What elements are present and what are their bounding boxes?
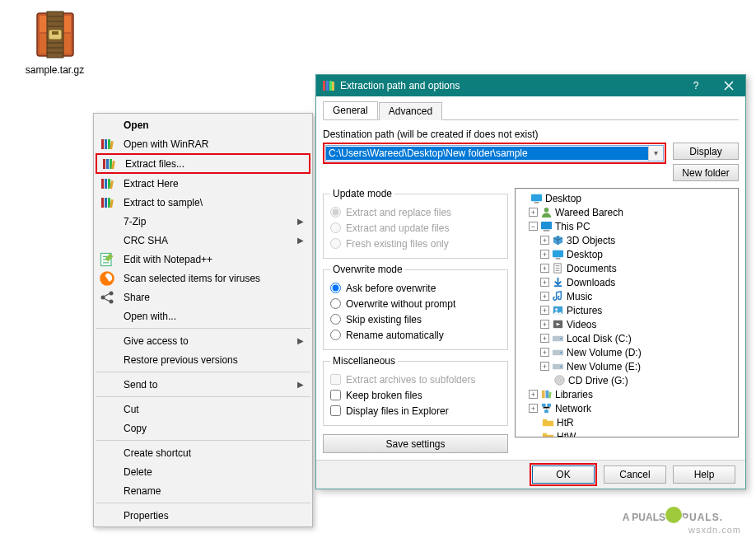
- menu-extract-files[interactable]: Extract files...: [96, 153, 310, 174]
- menu-open-winrar[interactable]: Open with WinRAR: [96, 134, 310, 153]
- check-display-explorer[interactable]: Display files in Explorer: [330, 403, 501, 419]
- menu-properties[interactable]: Properties: [96, 506, 310, 525]
- blank-icon: [99, 445, 115, 461]
- menu-restore-previous[interactable]: Restore previous versions: [96, 350, 310, 369]
- menu-delete[interactable]: Delete: [96, 462, 310, 481]
- radio-extract-replace[interactable]: Extract and replace files: [330, 204, 501, 220]
- dialog-title: Extraction path and options: [340, 80, 679, 91]
- tree-vol-d[interactable]: +New Volume (D:): [517, 345, 736, 359]
- blank-icon: [99, 464, 115, 480]
- tree-desktop[interactable]: Desktop: [517, 191, 736, 205]
- appuals-logo-icon: [665, 507, 682, 523]
- menu-scan-avast[interactable]: Scan selected items for viruses: [96, 269, 310, 288]
- svg-rect-37: [329, 81, 332, 91]
- radio-skip-existing[interactable]: Skip existing files: [330, 311, 501, 327]
- expand-icon[interactable]: +: [540, 278, 549, 287]
- tree-desktop-sub[interactable]: +Desktop: [517, 247, 736, 261]
- destination-path-input[interactable]: [326, 147, 648, 160]
- expand-icon[interactable]: +: [540, 348, 549, 357]
- tree-this-pc[interactable]: −This PC: [517, 219, 736, 233]
- network-icon: [540, 402, 553, 414]
- tree-htw[interactable]: HtW: [517, 429, 736, 437]
- destination-path-highlight: ▾: [323, 143, 666, 164]
- archive-file[interactable]: sample.tar.gz: [20, 7, 90, 76]
- radio-rename-auto[interactable]: Rename automatically: [330, 327, 501, 343]
- folder-tree[interactable]: Desktop +Wareed Barech −This PC +3D Obje…: [515, 188, 739, 437]
- tab-general[interactable]: General: [323, 101, 378, 119]
- svg-rect-61: [548, 392, 552, 399]
- dialog-footer: OK Cancel Help: [316, 460, 745, 489]
- menu-create-shortcut[interactable]: Create shortcut: [96, 443, 310, 462]
- expand-icon[interactable]: +: [529, 208, 538, 217]
- svg-rect-18: [103, 159, 105, 169]
- tree-htr[interactable]: HtR: [517, 415, 736, 429]
- tree-music[interactable]: +Music: [517, 289, 736, 303]
- menu-rename[interactable]: Rename: [96, 481, 310, 500]
- tree-vol-e[interactable]: +New Volume (E:): [517, 359, 736, 373]
- menu-separator: [96, 440, 310, 441]
- tree-downloads[interactable]: +Downloads: [517, 275, 736, 289]
- chevron-down-icon[interactable]: ▾: [648, 146, 663, 161]
- expand-icon[interactable]: +: [540, 236, 549, 245]
- menu-copy[interactable]: Copy: [96, 419, 310, 437]
- help-button[interactable]: ?: [679, 75, 712, 96]
- svg-rect-27: [105, 198, 107, 208]
- tab-advanced[interactable]: Advanced: [379, 102, 442, 120]
- menu-extract-here[interactable]: Extract Here: [96, 174, 310, 193]
- collapse-icon[interactable]: −: [529, 222, 538, 231]
- tree-documents[interactable]: +Documents: [517, 261, 736, 275]
- cancel-button[interactable]: Cancel: [604, 465, 666, 484]
- menu-7zip[interactable]: 7-Zip ▶: [96, 212, 310, 231]
- expand-icon[interactable]: +: [529, 390, 538, 399]
- expand-icon[interactable]: +: [529, 404, 538, 413]
- new-folder-button[interactable]: New folder: [673, 164, 739, 181]
- winrar-icon: [99, 194, 115, 211]
- expand-icon[interactable]: +: [540, 306, 549, 315]
- menu-extract-to-sample[interactable]: Extract to sample\: [96, 193, 310, 212]
- menu-open[interactable]: Open: [96, 115, 310, 134]
- menu-give-access[interactable]: Give access to ▶: [96, 331, 310, 350]
- tree-network[interactable]: +Network: [517, 401, 736, 415]
- expand-icon[interactable]: +: [540, 362, 549, 371]
- save-settings-button[interactable]: Save settings: [323, 434, 508, 453]
- svg-point-58: [558, 379, 561, 381]
- radio-overwrite-noprompt[interactable]: Overwrite without prompt: [330, 296, 501, 311]
- expand-icon[interactable]: +: [540, 334, 549, 343]
- tree-videos[interactable]: +Videos: [517, 317, 736, 331]
- help-footer-button[interactable]: Help: [673, 465, 735, 484]
- radio-fresh-only[interactable]: Fresh existing files only: [330, 236, 501, 251]
- tree-user[interactable]: +Wareed Barech: [517, 205, 736, 219]
- tree-3d-objects[interactable]: +3D Objects: [517, 233, 736, 247]
- expand-icon[interactable]: +: [540, 250, 549, 259]
- tree-local-c[interactable]: +Local Disk (C:): [517, 331, 736, 345]
- update-mode-group: Update mode Extract and replace files Ex…: [323, 188, 508, 259]
- libraries-icon: [540, 388, 553, 400]
- menu-share[interactable]: Share: [96, 288, 310, 306]
- menu-edit-notepad[interactable]: Edit with Notepad++: [96, 250, 310, 269]
- svg-rect-42: [541, 222, 552, 229]
- radio-ask-overwrite[interactable]: Ask before overwrite: [330, 280, 501, 296]
- documents-icon: [552, 262, 564, 274]
- expand-icon[interactable]: +: [540, 292, 549, 301]
- menu-crc-sha[interactable]: CRC SHA ▶: [96, 231, 310, 250]
- titlebar[interactable]: Extraction path and options ?: [316, 75, 745, 96]
- display-button[interactable]: Display: [673, 143, 739, 160]
- tree-libraries[interactable]: +Libraries: [517, 387, 736, 401]
- check-keep-broken[interactable]: Keep broken files: [330, 387, 501, 403]
- pictures-icon: [552, 304, 564, 316]
- app-icon: [322, 79, 335, 92]
- radio-extract-update[interactable]: Extract and update files: [330, 220, 501, 236]
- expand-icon[interactable]: +: [540, 320, 549, 329]
- blank-icon: [99, 483, 115, 499]
- menu-send-to[interactable]: Send to ▶: [96, 375, 310, 394]
- ok-highlight: OK: [530, 463, 597, 486]
- expand-icon[interactable]: +: [540, 264, 549, 273]
- check-subfolders[interactable]: Extract archives to subfolders: [330, 372, 501, 387]
- tree-pictures[interactable]: +Pictures: [517, 303, 736, 317]
- close-button[interactable]: [712, 75, 745, 96]
- tree-cd-g[interactable]: CD Drive (G:): [517, 373, 736, 387]
- ok-button[interactable]: OK: [532, 465, 595, 484]
- menu-open-with[interactable]: Open with...: [96, 306, 310, 325]
- menu-cut[interactable]: Cut: [96, 400, 310, 419]
- blank-icon: [99, 352, 115, 368]
